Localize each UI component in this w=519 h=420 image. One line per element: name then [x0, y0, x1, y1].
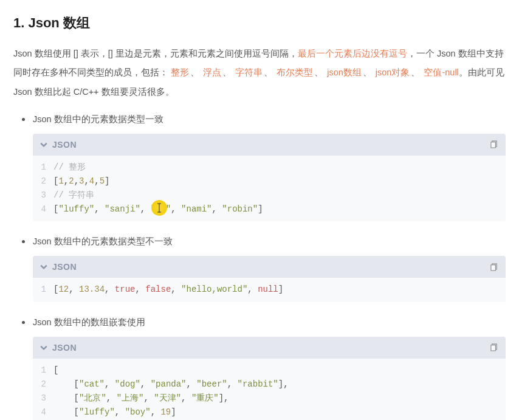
code-string: "北京": [79, 393, 106, 403]
copy-icon[interactable]: [490, 140, 498, 148]
code-punct: ]: [258, 204, 263, 214]
highlight-last-comma: 最后一个元素后边没有逗号: [298, 49, 407, 58]
code-number: 1: [58, 176, 63, 186]
code-punct: ,: [84, 176, 89, 186]
code-punct: ,: [69, 284, 79, 294]
code-punct: ],: [278, 379, 289, 389]
code-number: 4: [89, 176, 94, 186]
code-keyword: null: [258, 284, 278, 294]
code-punct: [: [53, 379, 79, 389]
code-string: "boy": [125, 407, 151, 417]
intro-paragraph: Json 数组使用 [] 表示，[] 里边是元素，元素和元素之间使用逗号间隔，最…: [13, 44, 506, 102]
svg-rect-3: [491, 265, 495, 270]
code-punct: ,: [135, 284, 145, 294]
separator: 、: [314, 67, 323, 77]
code-string: o": [160, 204, 171, 214]
line-number: 4: [33, 405, 53, 419]
code-string: "hello,world": [181, 284, 247, 294]
code-language-label: JSON: [52, 341, 77, 354]
code-number: 12: [58, 284, 69, 294]
code-punct: ,: [140, 379, 151, 389]
bullet-diff-type: Json 数组中的元素数据类型不一致: [33, 235, 506, 249]
code-punct: [: [53, 407, 79, 417]
para-text: Json 数组使用 [] 表示，[] 里边是元素，元素和元素之间使用逗号间隔，: [13, 49, 298, 58]
separator: 、: [411, 67, 420, 77]
code-language-label: JSON: [52, 138, 77, 151]
code-block-3: JSON 1[ 2 ["cat", "dog", "panda", "beer"…: [33, 337, 506, 420]
code-header[interactable]: JSON: [33, 134, 506, 156]
code-punct: ,: [186, 379, 196, 389]
code-number: 5: [100, 176, 105, 186]
code-string: "sanji": [105, 204, 140, 214]
chevron-down-icon: [40, 263, 47, 270]
code-header[interactable]: JSON: [33, 256, 506, 278]
code-block-2: JSON 1[12, 13.34, true, false, "hello,wo…: [33, 256, 506, 301]
code-keyword: true: [115, 284, 136, 294]
type-bool: 布尔类型: [277, 67, 313, 77]
code-punct: ,: [151, 407, 161, 417]
chevron-down-icon: [40, 344, 47, 351]
code-body: 1// 整形 2[1,2,3,4,5] 3// 字符串 4["luffy", "…: [33, 156, 506, 221]
code-number: 13.34: [79, 284, 105, 294]
line-number: 1: [33, 160, 53, 174]
code-punct: ]: [171, 407, 176, 417]
code-punct: ,: [105, 284, 115, 294]
code-punct: ,: [247, 284, 258, 294]
copy-icon[interactable]: [490, 343, 498, 351]
bullet-same-type: Json 数组中的元素数据类型一致: [33, 112, 506, 126]
code-punct: ,: [181, 393, 191, 403]
type-int: 整形: [171, 67, 189, 77]
code-string: "上海": [117, 393, 144, 403]
copy-icon[interactable]: [490, 263, 498, 271]
separator: 、: [222, 67, 232, 77]
code-language-label: JSON: [52, 260, 77, 274]
line-number: 2: [33, 377, 53, 391]
code-block-1: JSON 1// 整形 2[1,2,3,4,5] 3// 字符串 4["luff…: [33, 134, 506, 221]
code-string: "dog": [115, 379, 140, 389]
code-comment: // 字符串: [53, 190, 94, 200]
separator: 、: [363, 67, 372, 77]
line-number: 2: [33, 174, 53, 188]
code-punct: [: [53, 363, 58, 377]
line-number: 1: [33, 363, 53, 377]
code-punct: ,: [106, 393, 117, 403]
code-string: "panda": [151, 379, 187, 389]
code-punct: ]: [278, 284, 283, 294]
code-string: "重庆": [191, 393, 219, 403]
code-string: "nami": [181, 204, 211, 214]
code-punct: ]: [105, 176, 109, 186]
code-punct: ,: [171, 204, 181, 214]
type-string: 字符串: [235, 67, 263, 77]
code-header[interactable]: JSON: [33, 337, 506, 359]
code-keyword: false: [145, 284, 171, 294]
type-json-array: json数组: [327, 67, 362, 77]
code-punct: ,: [94, 176, 99, 186]
code-punct: ,: [94, 204, 105, 214]
chevron-down-icon: [40, 141, 47, 148]
separator: 、: [190, 67, 199, 77]
code-string: "robin": [222, 204, 258, 214]
code-punct: ,: [74, 176, 79, 186]
code-number: 19: [160, 407, 171, 417]
code-punct: [: [53, 393, 79, 403]
line-number: 4: [33, 202, 53, 216]
code-punct: ,: [143, 393, 154, 403]
svg-rect-1: [491, 142, 495, 148]
code-string: "z: [151, 204, 161, 214]
code-punct: ],: [219, 393, 229, 403]
code-punct: ,: [212, 204, 222, 214]
code-string: "天津": [154, 393, 181, 403]
code-punct: ,: [227, 379, 238, 389]
code-string: "luffy": [79, 407, 115, 417]
bullet-nested: Json 数组中的数组嵌套使用: [33, 315, 506, 329]
code-punct: ,: [140, 204, 151, 214]
line-number: 1: [33, 283, 53, 297]
page-heading: 1. Json 数组: [13, 12, 506, 33]
type-float: 浮点: [203, 67, 221, 77]
code-punct: ,: [64, 176, 69, 186]
code-number: 2: [69, 176, 74, 186]
line-number: 3: [33, 188, 53, 202]
separator: 、: [264, 67, 273, 77]
svg-rect-5: [491, 345, 495, 351]
code-string: "rabbit": [238, 379, 278, 389]
